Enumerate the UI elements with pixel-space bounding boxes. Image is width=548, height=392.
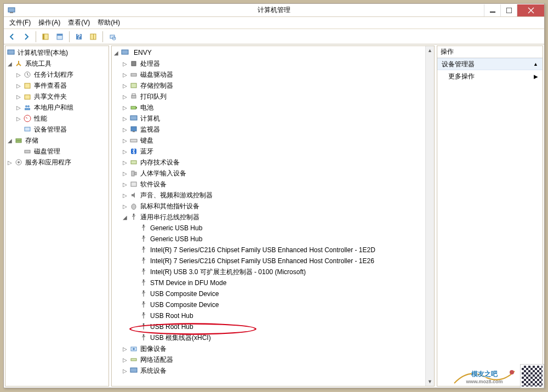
cat-software[interactable]: ▷软件设备: [113, 179, 433, 190]
tree-shared[interactable]: ▷共享文件夹: [7, 91, 107, 102]
usb-intel-1e2d[interactable]: Intel(R) 7 Series/C216 Chipset Family US…: [113, 245, 433, 255]
scroll-up-icon[interactable]: ▲: [426, 46, 434, 55]
expand-icon[interactable]: ▷: [15, 72, 22, 78]
usb-stm-dfu[interactable]: STM Device in DFU Mode: [113, 277, 433, 288]
cat-network[interactable]: ▷网络适配器: [113, 354, 433, 365]
usb-composite-2[interactable]: USB Composite Device: [113, 299, 433, 310]
memory-icon: [129, 158, 138, 167]
expand-icon[interactable]: ▷: [15, 83, 22, 89]
device-tree[interactable]: ◢ENVY ▷处理器 ▷磁盘驱动器 ▷存储控制器 ▷打印队列 ▷电池 ▷计算机 …: [112, 46, 434, 386]
expand-icon[interactable]: ▷: [122, 138, 128, 144]
menu-file[interactable]: 文件(F): [6, 17, 34, 29]
tree-eventviewer[interactable]: ▷事件查看器: [7, 80, 107, 91]
tree-diskmgr[interactable]: ▷磁盘管理: [7, 146, 107, 157]
tree-storage[interactable]: ◢存储: [7, 135, 107, 146]
cat-mouse[interactable]: ▷鼠标和其他指针设备: [113, 201, 433, 212]
cat-keyboard[interactable]: ▷键盘: [113, 135, 433, 146]
tree-services[interactable]: ▷服务和应用程序: [7, 157, 107, 168]
expand-icon[interactable]: ▷: [122, 203, 128, 209]
cat-monitor[interactable]: ▷监视器: [113, 124, 433, 135]
expand-icon[interactable]: ▷: [7, 160, 13, 166]
svg-rect-39: [130, 139, 137, 142]
minimize-button[interactable]: [484, 4, 500, 16]
actions-more[interactable]: 更多操作 ▶: [437, 70, 543, 82]
collapse-icon[interactable]: ◢: [7, 61, 13, 67]
tree-perf[interactable]: ▷性能: [7, 113, 107, 124]
svg-point-52: [143, 280, 145, 281]
menu-action[interactable]: 操作(A): [35, 17, 64, 29]
back-button[interactable]: [6, 31, 18, 43]
collapse-icon[interactable]: ◢: [113, 50, 119, 56]
usb-icon: [129, 213, 138, 221]
help-button[interactable]: ?: [73, 31, 85, 43]
actions-group[interactable]: 设备管理器 ▲: [437, 58, 543, 70]
expand-icon[interactable]: ▷: [122, 368, 128, 374]
usb-root-hub-1[interactable]: USB Root Hub: [113, 310, 433, 321]
svg-rect-2: [490, 12, 495, 13]
expand-icon[interactable]: ▷: [122, 127, 128, 133]
expand-icon[interactable]: ▷: [122, 346, 128, 352]
menu-view[interactable]: 查看(V): [65, 17, 93, 29]
cat-bluetooth[interactable]: ▷蓝牙: [113, 146, 433, 157]
watermark-logo: 模友之吧 www.moz8.com: [452, 366, 517, 388]
expand-icon[interactable]: ▷: [122, 116, 128, 122]
usb-generic-hub-1[interactable]: Generic USB Hub: [113, 223, 433, 234]
tree-root[interactable]: 计算机管理(本地): [7, 47, 107, 58]
printer-icon: [129, 92, 138, 101]
cat-battery[interactable]: ▷电池: [113, 102, 433, 113]
expand-icon[interactable]: ▷: [122, 357, 128, 363]
expand-icon[interactable]: ▷: [122, 149, 128, 155]
cat-computer[interactable]: ▷计算机: [113, 113, 433, 124]
show-hide-tree-button[interactable]: [39, 31, 52, 43]
menu-help[interactable]: 帮助(H): [94, 17, 123, 29]
tree-devmgr[interactable]: ▷设备管理器: [7, 124, 107, 135]
cat-storagectrl[interactable]: ▷存储控制器: [113, 80, 433, 91]
expand-icon[interactable]: ▷: [122, 171, 128, 177]
vertical-scrollbar[interactable]: ▲ ▼: [425, 46, 434, 386]
expand-icon[interactable]: ▷: [15, 94, 22, 100]
expand-icon[interactable]: ▷: [15, 105, 22, 111]
tree-tasksched[interactable]: ▷任务计划程序: [7, 69, 107, 80]
expand-icon[interactable]: ▷: [122, 94, 128, 100]
expand-icon[interactable]: ▷: [122, 105, 128, 111]
svg-rect-31: [131, 83, 136, 88]
svg-point-50: [143, 258, 145, 259]
expand-icon[interactable]: ▷: [122, 83, 128, 89]
scroll-down-icon[interactable]: ▼: [426, 377, 434, 386]
expand-icon[interactable]: ▷: [122, 160, 128, 166]
collapse-triangle-icon[interactable]: ▲: [533, 61, 538, 67]
root-envy[interactable]: ◢ENVY: [113, 47, 433, 58]
usb-generic-hub-2[interactable]: Generic USB Hub: [113, 234, 433, 245]
close-button[interactable]: [517, 4, 544, 16]
usb-intel-1e26[interactable]: Intel(R) 7 Series/C216 Chipset Family US…: [113, 255, 433, 266]
collapse-icon[interactable]: ◢: [7, 138, 13, 144]
system-icon: [129, 366, 138, 375]
scan-hardware-button[interactable]: [106, 31, 118, 43]
console-tree[interactable]: 计算机管理(本地) ◢系统工具 ▷任务计划程序 ▷事件查看器 ▷共享文件夹 ▷本…: [5, 46, 109, 169]
cat-hid[interactable]: ▷人体学输入设备: [113, 168, 433, 179]
properties-button[interactable]: [54, 31, 66, 43]
expand-icon[interactable]: ▷: [122, 72, 128, 78]
cat-printqueue[interactable]: ▷打印队列: [113, 91, 433, 102]
maximize-button[interactable]: [500, 4, 517, 16]
collapse-icon[interactable]: ◢: [122, 214, 128, 220]
expand-icon[interactable]: ▷: [122, 61, 128, 67]
cat-imaging[interactable]: ▷图像设备: [113, 343, 433, 354]
usb-composite-1[interactable]: USB Composite Device: [113, 288, 433, 299]
forward-button[interactable]: [20, 31, 32, 43]
cat-processors[interactable]: ▷处理器: [113, 58, 433, 69]
cat-usb[interactable]: ◢通用串行总线控制器: [113, 212, 433, 223]
svg-rect-38: [133, 131, 135, 132]
tree-localusers[interactable]: ▷本地用户和组: [7, 102, 107, 113]
expand-icon[interactable]: ▷: [122, 192, 128, 198]
cat-diskdrives[interactable]: ▷磁盘驱动器: [113, 69, 433, 80]
cat-sound[interactable]: ▷声音、视频和游戏控制器: [113, 190, 433, 201]
expand-icon[interactable]: ▷: [122, 181, 128, 188]
usb-intel-xhci[interactable]: Intel(R) USB 3.0 可扩展主机控制器 - 0100 (Micros…: [113, 266, 433, 277]
titlebar[interactable]: 计算机管理: [4, 4, 544, 17]
cat-system[interactable]: ▷系统设备: [113, 365, 433, 376]
icon-view-button[interactable]: [87, 31, 99, 43]
tree-systools[interactable]: ◢系统工具: [7, 58, 107, 69]
cat-memtech[interactable]: ▷内存技术设备: [113, 157, 433, 168]
expand-icon[interactable]: ▷: [15, 116, 22, 122]
